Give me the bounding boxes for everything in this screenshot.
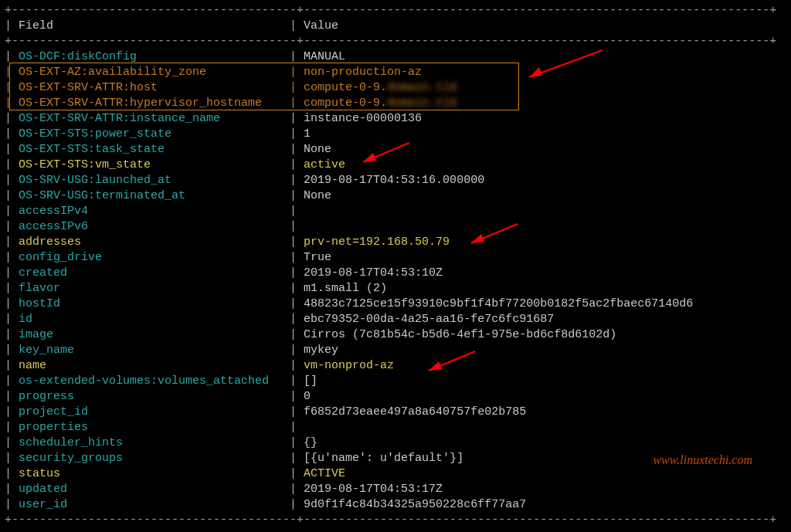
field-name: OS-EXT-STS:task_state [19, 143, 283, 156]
table-row: | accessIPv6 | [5, 219, 786, 235]
table-row: | OS-EXT-SRV-ATTR:hypervisor_hostname | … [5, 96, 786, 111]
table-header-row: | Field | Value [5, 19, 786, 34]
field-name: image [19, 328, 283, 341]
field-value: Cirros (7c81b54c-b5d6-4ef1-975e-bd6cf8d6… [304, 328, 616, 341]
field-name: OS-EXT-STS:power_state [19, 127, 283, 141]
table-row: | updated | 2019-08-17T04:53:17Z [5, 482, 786, 497]
redacted-text: domain.tld [387, 80, 457, 96]
field-name: user_id [19, 498, 283, 511]
table-row: | id | ebc79352-00da-4a25-aa16-fe7c6fc91… [5, 312, 786, 327]
field-value: compute-0-9. [304, 81, 387, 94]
field-name: flavor [19, 282, 283, 295]
field-value: 2019-08-17T04:53:16.000000 [304, 174, 484, 187]
field-name: project_id [19, 405, 283, 418]
field-name: config_drive [19, 251, 283, 264]
table-row: | accessIPv4 | [5, 204, 786, 219]
table-row: | OS-SRV-USG:launched_at | 2019-08-17T04… [5, 173, 786, 188]
field-value: mykey [304, 344, 338, 357]
field-name: name [19, 359, 283, 372]
field-value: ACTIVE [304, 467, 345, 480]
field-value: {} [304, 436, 317, 449]
field-value: instance-00000136 [304, 112, 422, 125]
table-row: | status | ACTIVE [5, 466, 786, 482]
field-value: 1 [304, 127, 311, 141]
watermark: www.linuxtechi.com [653, 452, 752, 468]
field-name: OS-EXT-SRV-ATTR:hypervisor_hostname [19, 97, 283, 110]
field-value: 9d0f1f4c84b34325a950228c6ff77aa7 [304, 498, 526, 511]
table-row: | scheduler_hints | {} [5, 435, 786, 451]
field-name: OS-DCF:diskConfig [19, 50, 283, 63]
table-row: | OS-EXT-SRV-ATTR:instance_name | instan… [5, 111, 786, 127]
field-name: accessIPv6 [19, 220, 283, 233]
field-name: security_groups [19, 452, 283, 465]
table-row: | key_name | mykey [5, 343, 786, 358]
redacted-text: domain.tld [387, 96, 457, 111]
field-value: MANUAL [304, 50, 345, 63]
field-value: non-production-az [304, 66, 422, 79]
field-value: None [304, 143, 331, 156]
table-row: | OS-EXT-STS:vm_state | active [5, 158, 786, 173]
table-row: | OS-EXT-SRV-ATTR:host | compute-0-9.dom… [5, 80, 786, 96]
field-value: ebc79352-00da-4a25-aa16-fe7c6fc91687 [304, 313, 554, 326]
field-name: created [19, 266, 283, 280]
table-row: | addresses | prv-net=192.168.50.79 [5, 235, 786, 250]
field-value: [{u'name': u'default'}] [304, 452, 463, 465]
field-name: OS-SRV-USG:launched_at [19, 174, 283, 187]
field-name: accessIPv4 [19, 205, 283, 218]
table-row: | image | Cirros (7c81b54c-b5d6-4ef1-975… [5, 327, 786, 343]
table-row: | os-extended-volumes:volumes_attached |… [5, 374, 786, 389]
field-value: True [304, 251, 331, 264]
table-row: | OS-EXT-AZ:availability_zone | non-prod… [5, 65, 786, 80]
table-row: | name | vm-nonprod-az [5, 358, 786, 374]
field-name: id [19, 313, 283, 326]
field-name: updated [19, 483, 283, 496]
table-row: | hostId | 48823c7125ce15f93910c9bf1f4bf… [5, 296, 786, 312]
field-name: status [19, 467, 283, 480]
table-border-sep: +---------------------------------------… [5, 34, 786, 49]
field-value: f6852d73eaee497a8a640757fe02b785 [304, 405, 526, 418]
field-name: hostId [19, 297, 283, 310]
table-row: | flavor | m1.small (2) [5, 281, 786, 296]
field-name: progress [19, 390, 283, 403]
table-row: | project_id | f6852d73eaee497a8a640757f… [5, 405, 786, 420]
field-value: [] [304, 374, 317, 388]
field-value: m1.small (2) [304, 282, 387, 295]
field-name: OS-SRV-USG:terminated_at [19, 189, 283, 202]
table-row: | OS-EXT-STS:power_state | 1 [5, 127, 786, 142]
field-name: scheduler_hints [19, 436, 283, 449]
table-row: | properties | [5, 420, 786, 435]
field-name: OS-EXT-SRV-ATTR:instance_name [19, 112, 283, 125]
field-value: active [304, 158, 345, 171]
field-name: key_name [19, 344, 283, 357]
table-row: | OS-DCF:diskConfig | MANUAL [5, 49, 786, 65]
table-row: | user_id | 9d0f1f4c84b34325a950228c6ff7… [5, 497, 786, 513]
field-value: None [304, 189, 331, 202]
table-row: | OS-SRV-USG:terminated_at | None [5, 188, 786, 204]
field-name: OS-EXT-STS:vm_state [19, 158, 283, 171]
table-row: | OS-EXT-STS:task_state | None [5, 142, 786, 158]
field-name: addresses [19, 236, 283, 249]
field-name: properties [19, 421, 283, 434]
table-row: | created | 2019-08-17T04:53:10Z [5, 266, 786, 281]
field-value: 48823c7125ce15f93910c9bf1f4bf77200b0182f… [304, 297, 693, 310]
table-border-top: +---------------------------------------… [5, 3, 786, 19]
field-value: prv-net=192.168.50.79 [304, 236, 450, 249]
field-name: OS-EXT-AZ:availability_zone [19, 66, 283, 79]
field-value: 2019-08-17T04:53:17Z [304, 483, 443, 496]
field-name: OS-EXT-SRV-ATTR:host [19, 81, 283, 94]
table-row: | config_drive | True [5, 250, 786, 266]
field-name: os-extended-volumes:volumes_attached [19, 374, 283, 388]
table-border-bottom: +---------------------------------------… [5, 513, 786, 528]
field-value: vm-nonprod-az [304, 359, 394, 372]
field-value: compute-0-9. [304, 97, 387, 110]
field-value: 2019-08-17T04:53:10Z [304, 266, 443, 280]
table-row: | progress | 0 [5, 389, 786, 405]
field-value: 0 [304, 390, 311, 403]
